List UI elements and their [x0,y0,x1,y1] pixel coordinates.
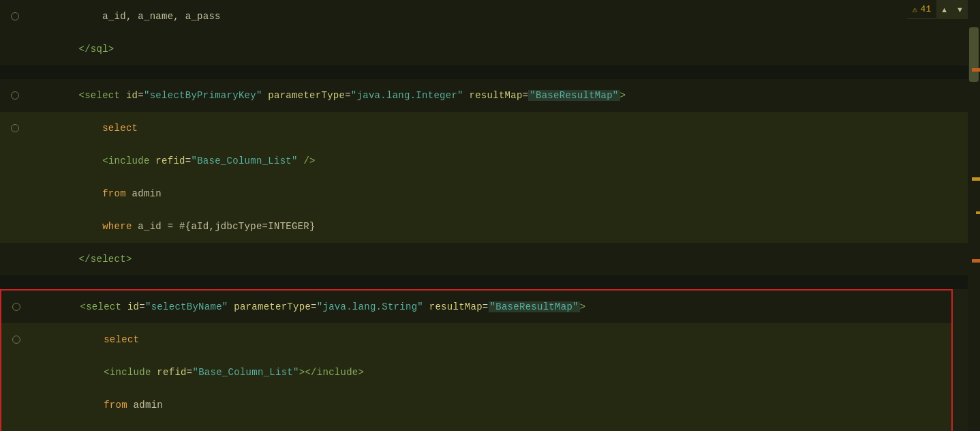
nav-up-button[interactable]: ▲ [936,0,952,19]
gutter-icon-5 [11,124,19,132]
code-line-8: where a_id = #{aId,jdbcType=INTEGER} [0,210,968,243]
code-line-sep2 [0,276,968,289]
line-content-6: <include refid="Base_Column_List" /> [25,145,968,177]
line-content-4: <select id="selectByPrimaryKey" paramete… [25,79,968,112]
minimap-marker-4 [972,259,980,263]
line-content-8: where a_id = #{aId,jdbcType=INTEGER} [25,210,968,243]
code-area: a_id, a_name, a_pass </sql> <select id="… [0,0,968,431]
gutter-5 [5,124,25,132]
scrollbar-track [968,0,980,431]
gutter-4 [5,91,25,100]
line-content-15: where a_name = #{aName, jdbcType=VARCHAR… [26,421,951,431]
code-line-13: <include refid="Base_Column_List"></incl… [0,356,953,389]
warning-icon: ⚠ [913,4,918,15]
code-line-1: a_id, a_name, a_pass [0,0,968,33]
line-content-5: select [25,112,968,145]
minimap-marker-3 [976,211,980,214]
tag-open-4: < [78,90,85,101]
gutter-12 [7,336,26,344]
gutter-icon-4 [11,91,19,100]
kw-select-5: select [78,123,138,134]
code-line-11: <select id="selectByName" parameterType=… [0,289,953,323]
gutter-1 [5,12,25,20]
line-content-11: <select id="selectByName" parameterType=… [26,291,951,323]
code-line-4: <select id="selectByPrimaryKey" paramete… [0,79,968,112]
line-content-13: <include refid="Base_Column_List"></incl… [26,356,951,389]
code-line-12: select [0,323,953,356]
code-line-5: select [0,112,968,145]
gutter-icon-1 [11,12,19,20]
code-line-9: </select> [0,243,968,276]
warning-badge: ⚠ 41 [907,3,936,16]
top-controls-bar: ⚠ 41 ▲ ▼ [907,0,968,19]
line-content-14: from admin [26,389,951,421]
code-line-sep1 [0,65,968,79]
code-line-15: where a_name = #{aName, jdbcType=VARCHAR… [0,421,953,431]
minimap-marker-1 [972,68,980,72]
gutter-icon-11 [12,303,20,311]
line-content-1: a_id, a_name, a_pass [25,0,968,33]
warning-count: 41 [921,4,932,14]
code-line-2: </sql> [0,33,968,65]
line-content-7: from admin [25,177,968,210]
line-text-1: a_id, a_name, a_pass [78,11,220,22]
code-line-14: from admin [0,389,953,421]
line-text-2: </sql> [78,44,114,55]
code-line-7: from admin [0,177,968,210]
line-content-2: </sql> [25,33,968,65]
line-content-12: select [26,323,951,356]
scrollbar-thumb[interactable] [969,27,979,82]
minimap-marker-2 [972,177,980,181]
gutter-11 [7,303,26,311]
code-editor: a_id, a_name, a_pass </sql> <select id="… [0,0,980,431]
nav-down-button[interactable]: ▼ [952,0,968,19]
line-content-9: </select> [25,243,968,276]
code-line-6: <include refid="Base_Column_List" /> [0,145,968,177]
gutter-icon-12 [12,336,20,344]
